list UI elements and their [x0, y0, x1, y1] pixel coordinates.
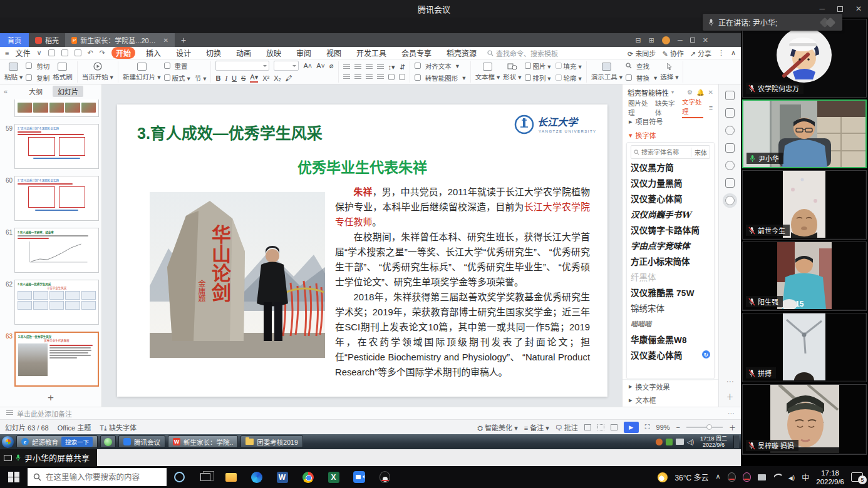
- ribbon-tab-view[interactable]: 视图: [322, 47, 346, 59]
- slide[interactable]: 3.育人成效—优秀学生风采 长江大学 YANGTZE UNIVERSITY 优秀…: [117, 104, 607, 397]
- tab-outline[interactable]: 大纲: [24, 86, 48, 97]
- participant-tile[interactable]: 15 阳生强: [742, 241, 867, 311]
- redo-icon[interactable]: ↷: [100, 49, 105, 57]
- share-banner-chip[interactable]: 尹小华的屏幕共享: [0, 449, 97, 466]
- find-button[interactable]: 查找: [626, 61, 657, 71]
- increase-indent-icon[interactable]: [377, 64, 384, 70]
- thumbnail-62[interactable]: 62 3.育人成效—优秀学生风采 十佳毕业生风采: [1, 280, 99, 325]
- participant-tile[interactable]: 前世今生: [742, 170, 867, 240]
- numbering-settings-icon[interactable]: [399, 74, 405, 80]
- win7-folder-task[interactable]: 团委考核2019: [240, 435, 302, 448]
- share-button[interactable]: ↗ 分享: [690, 48, 711, 58]
- slide-body-text[interactable]: 朱祥，男，中共党员，2011年就读于长江大学农学院植物保护专业，本科毕业后继续留…: [335, 185, 590, 380]
- camera-tray-icon[interactable]: [758, 474, 766, 480]
- tencent-meeting-button[interactable]: [346, 466, 372, 488]
- outline-button[interactable]: 轮廓 ▾: [555, 73, 582, 83]
- justify-icon[interactable]: [377, 74, 384, 80]
- weather-text[interactable]: 36°C 多云: [674, 472, 708, 482]
- highlight-button[interactable]: 🖍: [286, 74, 292, 82]
- picture-button[interactable]: 图片 ▾: [525, 61, 551, 71]
- font-item[interactable]: 字由点字竞味体: [631, 237, 710, 253]
- font-item[interactable]: 汉仪力量黑简: [631, 175, 710, 190]
- start-button[interactable]: [0, 466, 28, 488]
- zoom-out-button[interactable]: −: [676, 424, 680, 431]
- ribbon-tab-devtools[interactable]: 开发工具: [352, 47, 391, 59]
- wps-restore-icon[interactable]: [690, 38, 695, 43]
- participant-tile[interactable]: 拼搏: [742, 313, 867, 382]
- tray-app-icon[interactable]: [656, 439, 663, 445]
- task-view-button[interactable]: [192, 466, 218, 488]
- qq-tray-icon[interactable]: [728, 472, 736, 482]
- thumbnail-list[interactable]: 59 2.“青马培养计划”-3.暑期社会实践 60 2.“青马培: [0, 98, 101, 389]
- decrease-indent-icon[interactable]: [366, 64, 373, 70]
- cut-button[interactable]: 剪切: [26, 61, 49, 71]
- bold-button[interactable]: B: [215, 74, 220, 82]
- font-search[interactable]: 宋体: [631, 145, 710, 159]
- sync-status-button[interactable]: ⟳ 未同步: [628, 48, 656, 58]
- font-item[interactable]: 纤黑体: [631, 268, 710, 284]
- tray-shield-icon[interactable]: [666, 439, 673, 445]
- replace-button[interactable]: 替换 ▾: [626, 73, 657, 83]
- line-spacing-icon[interactable]: ↕▾: [388, 63, 395, 71]
- win7-ie-task[interactable]: e 起源教育 搜索一下: [16, 435, 98, 448]
- layout-button[interactable]: 版式 ▾: [164, 73, 190, 83]
- docer-menu-icon[interactable]: ≡: [709, 104, 713, 111]
- ribbon-tab-docer[interactable]: 稻壳资源: [442, 47, 481, 59]
- chrome-button[interactable]: [295, 466, 321, 488]
- win7-wps-task[interactable]: W 新生家长：学院..: [168, 435, 238, 448]
- taskbar-search-input[interactable]: [46, 473, 152, 482]
- zoom-slider-handle[interactable]: [706, 424, 712, 430]
- slide-canvas[interactable]: 3.育人成效—优秀学生风采 长江大学 YANGTZE UNIVERSITY 优秀…: [102, 84, 622, 407]
- normal-view-icon[interactable]: [584, 424, 591, 430]
- format-painter-button[interactable]: 格式刷: [53, 63, 73, 81]
- underline-button[interactable]: U: [232, 74, 237, 82]
- bell-icon[interactable]: 🔔: [696, 89, 704, 96]
- font-item[interactable]: 华康俪金黑W8: [631, 331, 710, 347]
- taskbar-search[interactable]: [28, 468, 167, 486]
- history-clock-icon[interactable]: [725, 161, 735, 170]
- font-color-button[interactable]: A▾: [250, 73, 258, 83]
- qq-tray-icon-2[interactable]: [743, 472, 751, 482]
- textbox-section[interactable]: ▸ 文本框: [623, 393, 718, 407]
- font-item[interactable]: 锦绣宋体: [631, 300, 710, 315]
- align-text-button[interactable]: 对齐文本 ▾: [415, 61, 466, 71]
- font-size-combobox[interactable]: [274, 61, 299, 71]
- feedback-icon[interactable]: [725, 91, 735, 100]
- select-button[interactable]: 选择 ▾: [660, 63, 678, 81]
- taskbar-clock[interactable]: 17:18 2022/9/6: [816, 469, 844, 486]
- notification-center-icon[interactable]: 5: [851, 472, 863, 482]
- wps-home-tab[interactable]: 首页: [0, 33, 29, 47]
- ribbon-tab-insert[interactable]: 插入: [142, 47, 165, 59]
- ribbon-tab-transition[interactable]: 切换: [202, 47, 225, 59]
- subscript-button[interactable]: X₂: [274, 74, 281, 82]
- edge-button[interactable]: [244, 466, 269, 488]
- docer-tab-missing-fonts[interactable]: 缺失字体: [655, 98, 676, 117]
- theme-name[interactable]: Office 主题: [58, 422, 91, 432]
- location-pin-icon[interactable]: [725, 196, 735, 205]
- clear-format-icon[interactable]: ⌀: [329, 62, 334, 70]
- font-item[interactable]: 汉仪菱心体简↻: [631, 347, 710, 362]
- fill-button[interactable]: 填充 ▾: [555, 61, 582, 71]
- command-search[interactable]: 查找命令、搜索模板: [487, 48, 558, 58]
- strip-add-icon[interactable]: ＋: [726, 391, 733, 402]
- show-desktop-button[interactable]: [733, 435, 739, 448]
- ribbon-tab-member[interactable]: 会员专享: [397, 47, 436, 59]
- new-slide-button[interactable]: 新建幻灯片 ▾: [123, 63, 161, 81]
- play-from-current-button[interactable]: 当页开始 ▾: [82, 62, 113, 81]
- more-menu-icon[interactable]: ⋮: [718, 49, 725, 57]
- font-item[interactable]: 方正小标宋简体: [631, 253, 710, 268]
- decrease-font-icon[interactable]: A˅: [316, 62, 325, 69]
- hamburger-icon[interactable]: ≡: [5, 49, 9, 57]
- adjust-sliders-icon[interactable]: [725, 108, 735, 118]
- panel-close-icon[interactable]: ✕: [708, 89, 713, 96]
- reset-button[interactable]: 重置: [164, 61, 207, 71]
- tab-close-icon[interactable]: ✕: [163, 37, 168, 44]
- slide-photo[interactable]: 华山论剑 金庸题: [150, 192, 325, 358]
- arrange-button[interactable]: 排列 ▾: [525, 73, 551, 83]
- copy-button[interactable]: 复制: [26, 73, 49, 83]
- paste-button[interactable]: 粘贴 ▾: [4, 63, 23, 81]
- align-center-icon[interactable]: [354, 74, 361, 80]
- print-preview-icon[interactable]: [75, 49, 81, 56]
- volume-icon[interactable]: [788, 473, 795, 482]
- inspiration-icon[interactable]: [725, 126, 735, 135]
